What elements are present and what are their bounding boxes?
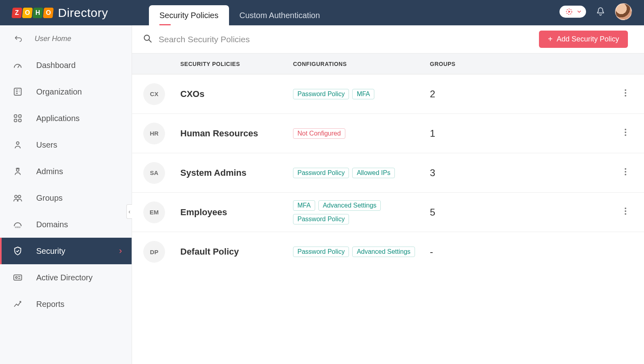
config-tag[interactable]: Password Policy	[293, 168, 349, 178]
column-header-groups: GROUPS	[430, 61, 526, 67]
header-actions	[559, 0, 644, 25]
policy-configurations: Password PolicyMFA	[293, 89, 430, 99]
tab-label: Security Policies	[159, 11, 219, 20]
svg-rect-11	[14, 275, 22, 280]
config-tag[interactable]: Password Policy	[293, 214, 349, 224]
sidebar-item-groups[interactable]: Groups	[0, 185, 132, 211]
svg-rect-5	[19, 119, 21, 122]
row-menu-button[interactable]	[625, 88, 626, 98]
config-tag[interactable]: Password Policy	[293, 89, 349, 99]
sidebar-item-label: Organization	[36, 87, 82, 97]
sidebar-item-organization[interactable]: Organization	[0, 78, 132, 105]
table-row[interactable]: EMEmployeesMFAAdvanced SettingsPassword …	[132, 193, 644, 232]
sidebar-item-applications[interactable]: Applications	[0, 105, 132, 132]
config-tag[interactable]: Allowed IPs	[352, 168, 395, 178]
config-tag[interactable]: Not Configured	[293, 128, 345, 139]
table-row[interactable]: DPDefault PolicyPassword PolicyAdvanced …	[132, 232, 644, 271]
sidebar-item-active-directory[interactable]: Active Directory	[0, 264, 132, 291]
search-icon	[142, 33, 153, 45]
config-tag[interactable]: Password Policy	[293, 247, 349, 257]
tab-custom-authentication[interactable]: Custom Authentication	[229, 5, 330, 25]
sidebar-item-dashboard[interactable]: Dashboard	[0, 52, 132, 78]
reports-icon	[11, 299, 24, 309]
group-count: -	[430, 246, 526, 257]
sidebar-item-domains[interactable]: www Domains	[0, 211, 132, 238]
users-icon	[11, 140, 24, 150]
header-tabs: Security Policies Custom Authentication	[132, 0, 559, 25]
config-tag[interactable]: MFA	[293, 200, 315, 211]
table-row[interactable]: CXCXOsPassword PolicyMFA2	[132, 74, 644, 114]
search-input[interactable]	[159, 35, 533, 44]
user-home-label: User Home	[35, 35, 71, 43]
shield-icon	[11, 246, 24, 256]
table-row[interactable]: SASystem AdminsPassword PolicyAllowed IP…	[132, 153, 644, 193]
policy-initials: SA	[143, 162, 165, 184]
row-menu-button[interactable]	[625, 206, 626, 216]
policy-name: Employees	[180, 207, 293, 218]
groups-icon	[11, 193, 24, 203]
sidebar-item-label: Admins	[36, 167, 63, 176]
policy-list: CXCXOsPassword PolicyMFA2HRHuman Resourc…	[132, 74, 644, 271]
column-header-policies: SECURITY POLICIES	[180, 61, 293, 67]
svg-rect-3	[19, 115, 21, 117]
policy-configurations: Password PolicyAdvanced Settings	[293, 247, 430, 257]
config-tag[interactable]: MFA	[352, 89, 374, 99]
policy-initials: DP	[143, 241, 165, 263]
chevron-down-icon	[576, 9, 582, 14]
bell-icon	[595, 6, 606, 17]
add-security-policy-button[interactable]: + Add Security Policy	[539, 31, 628, 48]
sidebar-item-security[interactable]: Security ›	[0, 238, 132, 264]
remote-assist-menu[interactable]	[559, 6, 586, 18]
column-header-configurations: CONFIGURATIONS	[293, 61, 430, 67]
group-count: 2	[430, 88, 526, 100]
brand-name: Directory	[58, 6, 108, 20]
sidebar-item-users[interactable]: Users	[0, 132, 132, 158]
remote-assist-icon	[565, 8, 573, 16]
sidebar-item-label: Domains	[36, 220, 68, 229]
sidebar-item-admins[interactable]: Admins	[0, 158, 132, 185]
policy-name: Default Policy	[180, 247, 293, 257]
policy-configurations: Password PolicyAllowed IPs	[293, 168, 430, 178]
group-count: 3	[430, 167, 526, 179]
zoho-logo: Z O H O	[12, 8, 53, 18]
row-actions	[526, 167, 628, 179]
main-content: + Add Security Policy SECURITY POLICIES …	[132, 25, 644, 364]
policy-name: System Admins	[180, 168, 293, 178]
sidebar-item-label: Users	[36, 140, 57, 150]
avatar[interactable]	[615, 3, 632, 20]
sidebar-item-label: Applications	[36, 114, 80, 123]
row-actions	[526, 88, 628, 100]
group-count: 5	[430, 207, 526, 218]
row-menu-button[interactable]	[625, 128, 626, 137]
sidebar-collapse-toggle[interactable]: ‹	[126, 204, 132, 219]
svg-point-13	[144, 35, 149, 40]
organization-icon	[11, 86, 24, 97]
sidebar-item-reports[interactable]: Reports	[0, 291, 132, 317]
brand[interactable]: Z O H O Directory	[0, 0, 132, 25]
active-directory-icon	[11, 272, 24, 283]
app-header: Z O H O Directory Security Policies Cust…	[0, 0, 644, 25]
sidebar-item-label: Groups	[36, 193, 63, 203]
tab-label: Custom Authentication	[239, 11, 320, 20]
policy-name: CXOs	[180, 89, 293, 99]
user-home-link[interactable]: User Home	[0, 25, 132, 52]
policy-initials: CX	[143, 83, 165, 105]
notifications-button[interactable]	[595, 6, 606, 17]
domains-icon: www	[11, 219, 24, 230]
policy-name: Human Resources	[180, 128, 293, 139]
policy-initials: EM	[143, 202, 165, 223]
sidebar: User Home Dashboard Organization Applica…	[0, 25, 132, 364]
tab-security-policies[interactable]: Security Policies	[149, 5, 229, 25]
table-row[interactable]: HRHuman ResourcesNot Configured1	[132, 114, 644, 153]
policy-configurations: MFAAdvanced SettingsPassword Policy	[293, 200, 430, 224]
toolbar: + Add Security Policy	[132, 25, 644, 53]
admins-icon	[11, 166, 24, 177]
dashboard-icon	[11, 60, 24, 70]
back-icon	[13, 34, 23, 43]
table-header: SECURITY POLICIES CONFIGURATIONS GROUPS	[132, 53, 644, 74]
config-tag[interactable]: Advanced Settings	[318, 200, 381, 211]
config-tag[interactable]: Advanced Settings	[352, 247, 415, 257]
row-menu-button[interactable]	[625, 167, 626, 177]
sidebar-item-label: Active Directory	[36, 273, 93, 282]
policy-configurations: Not Configured	[293, 128, 430, 139]
